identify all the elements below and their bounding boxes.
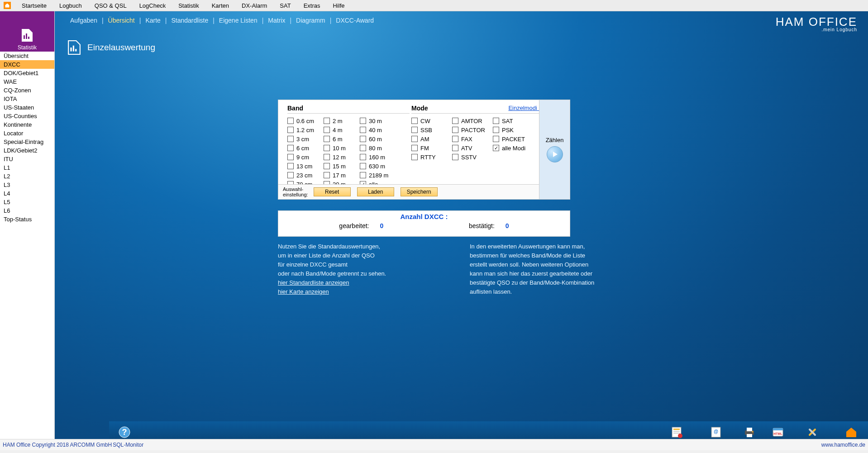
checkbox[interactable] bbox=[287, 118, 294, 124]
info-link[interactable]: hier Karte anzeigen bbox=[278, 287, 432, 296]
sql-monitor[interactable]: SQL-Monitor bbox=[113, 442, 143, 448]
checkbox[interactable] bbox=[452, 154, 458, 160]
checkbox[interactable] bbox=[324, 145, 330, 151]
band-0-6-cm[interactable]: 0.6 cm bbox=[287, 116, 324, 125]
count-button[interactable] bbox=[547, 146, 563, 162]
band-60-m[interactable]: 60 m bbox=[360, 134, 396, 143]
checkbox[interactable] bbox=[287, 145, 294, 151]
mode-cw[interactable]: CW bbox=[411, 116, 452, 125]
checkbox[interactable] bbox=[360, 145, 366, 151]
sidebar-item-special-eintrag[interactable]: Special-Eintrag bbox=[0, 138, 54, 146]
checkbox[interactable] bbox=[452, 118, 458, 124]
tab-diagramm[interactable]: Diagramm bbox=[294, 17, 327, 24]
tab-aufgaben[interactable]: Aufgaben bbox=[68, 17, 99, 24]
menu-statistik[interactable]: Statistik bbox=[172, 0, 205, 11]
tab-karte[interactable]: Karte bbox=[143, 17, 162, 24]
menu-extras[interactable]: Extras bbox=[297, 0, 327, 11]
sidebar-item-wae[interactable]: WAE bbox=[0, 77, 54, 86]
band-6-m[interactable]: 6 m bbox=[324, 134, 360, 143]
checkbox[interactable] bbox=[493, 127, 499, 133]
sidebar-item-kontinente[interactable]: Kontinente bbox=[0, 120, 54, 129]
checkbox[interactable] bbox=[360, 118, 366, 124]
band-9-cm[interactable]: 9 cm bbox=[287, 153, 324, 162]
band-13-cm[interactable]: 13 cm bbox=[287, 162, 324, 171]
band-2189-m[interactable]: 2189 m bbox=[360, 171, 396, 180]
band-17-m[interactable]: 17 m bbox=[324, 171, 360, 180]
mode-ssb[interactable]: SSB bbox=[411, 125, 452, 134]
checkbox[interactable] bbox=[452, 136, 458, 142]
checkbox[interactable] bbox=[411, 136, 418, 142]
checkbox[interactable] bbox=[287, 154, 294, 160]
mode-pactor[interactable]: PACTOR bbox=[452, 125, 493, 134]
sidebar-item-dxcc[interactable]: DXCC bbox=[0, 60, 54, 69]
menu-dx-alarm[interactable]: DX-Alarm bbox=[235, 0, 273, 11]
tab-standardliste[interactable]: Standardliste bbox=[169, 17, 210, 24]
mode-amtor[interactable]: AMTOR bbox=[452, 116, 493, 125]
sidebar-item-l6[interactable]: L6 bbox=[0, 206, 54, 215]
band-30-m[interactable]: 30 m bbox=[360, 116, 396, 125]
band-4-m[interactable]: 4 m bbox=[324, 125, 360, 134]
checkbox[interactable] bbox=[360, 163, 366, 169]
sidebar-item-us-counties[interactable]: US-Counties bbox=[0, 112, 54, 120]
checkbox[interactable] bbox=[287, 172, 294, 178]
checkbox[interactable] bbox=[287, 163, 294, 169]
checkbox[interactable] bbox=[324, 136, 330, 142]
mode-am[interactable]: AM bbox=[411, 134, 452, 143]
band-2-m[interactable]: 2 m bbox=[324, 116, 360, 125]
sidebar-item-l4[interactable]: L4 bbox=[0, 189, 54, 198]
checkbox[interactable] bbox=[493, 118, 499, 124]
checkbox[interactable] bbox=[360, 154, 366, 160]
info-link[interactable]: hier Standardliste anzeigen bbox=[278, 278, 432, 287]
band-12-m[interactable]: 12 m bbox=[324, 153, 360, 162]
band-15-m[interactable]: 15 m bbox=[324, 162, 360, 171]
tab-eigene-listen[interactable]: Eigene Listen bbox=[217, 17, 259, 24]
menu-hilfe[interactable]: Hilfe bbox=[327, 0, 351, 11]
mode-psk[interactable]: PSK bbox=[493, 125, 534, 134]
checkbox[interactable] bbox=[324, 163, 330, 169]
sidebar-item-l3[interactable]: L3 bbox=[0, 181, 54, 189]
checkbox[interactable] bbox=[360, 172, 366, 178]
sidebar-item--bersicht[interactable]: Übersicht bbox=[0, 52, 54, 60]
checkbox[interactable] bbox=[324, 172, 330, 178]
checkbox[interactable] bbox=[452, 145, 458, 151]
sidebar-item-itu[interactable]: ITU bbox=[0, 155, 54, 163]
checkbox[interactable] bbox=[452, 127, 458, 133]
reset-button[interactable]: Reset bbox=[314, 187, 351, 196]
mode-sstv[interactable]: SSTV bbox=[452, 153, 493, 162]
mode-alle-modi[interactable]: alle Modi bbox=[493, 143, 534, 153]
menu-startseite[interactable]: Startseite bbox=[15, 0, 53, 11]
load-button[interactable]: Laden bbox=[357, 187, 394, 196]
band-40-m[interactable]: 40 m bbox=[360, 125, 396, 134]
mode-sat[interactable]: SAT bbox=[493, 116, 534, 125]
checkbox[interactable] bbox=[411, 127, 418, 133]
checkbox[interactable] bbox=[324, 154, 330, 160]
website-link[interactable]: www.hamoffice.de bbox=[821, 442, 865, 448]
sidebar-item-cq-zonen[interactable]: CQ-Zonen bbox=[0, 86, 54, 95]
band-6-cm[interactable]: 6 cm bbox=[287, 143, 324, 153]
menu-logcheck[interactable]: LogCheck bbox=[133, 0, 172, 11]
sidebar-item-us-staaten[interactable]: US-Staaten bbox=[0, 103, 54, 112]
band-1-2-cm[interactable]: 1.2 cm bbox=[287, 125, 324, 134]
checkbox[interactable] bbox=[287, 136, 294, 142]
checkbox[interactable] bbox=[360, 127, 366, 133]
tab-dxcc-award[interactable]: DXCC-Award bbox=[334, 17, 376, 24]
sidebar-item-ldk-gebiet2[interactable]: LDK/Gebiet2 bbox=[0, 146, 54, 155]
sidebar-item-l1[interactable]: L1 bbox=[0, 163, 54, 172]
mode-fm[interactable]: FM bbox=[411, 143, 452, 153]
band-630-m[interactable]: 630 m bbox=[360, 162, 396, 171]
checkbox[interactable] bbox=[411, 118, 418, 124]
checkbox[interactable] bbox=[324, 118, 330, 124]
sidebar-item-dok-gebiet1[interactable]: DOK/Gebiet1 bbox=[0, 69, 54, 77]
menu-sat[interactable]: SAT bbox=[273, 0, 297, 11]
sidebar-item-iota[interactable]: IOTA bbox=[0, 95, 54, 103]
save-button[interactable]: Speichern bbox=[401, 187, 438, 196]
band-80-m[interactable]: 80 m bbox=[360, 143, 396, 153]
band-10-m[interactable]: 10 m bbox=[324, 143, 360, 153]
band-23-cm[interactable]: 23 cm bbox=[287, 171, 324, 180]
tab--bersicht[interactable]: Übersicht bbox=[106, 17, 137, 24]
checkbox[interactable] bbox=[411, 145, 418, 151]
mode-fax[interactable]: FAX bbox=[452, 134, 493, 143]
mode-packet[interactable]: PACKET bbox=[493, 134, 534, 143]
mode-rtty[interactable]: RTTY bbox=[411, 153, 452, 162]
checkbox[interactable] bbox=[493, 145, 499, 151]
